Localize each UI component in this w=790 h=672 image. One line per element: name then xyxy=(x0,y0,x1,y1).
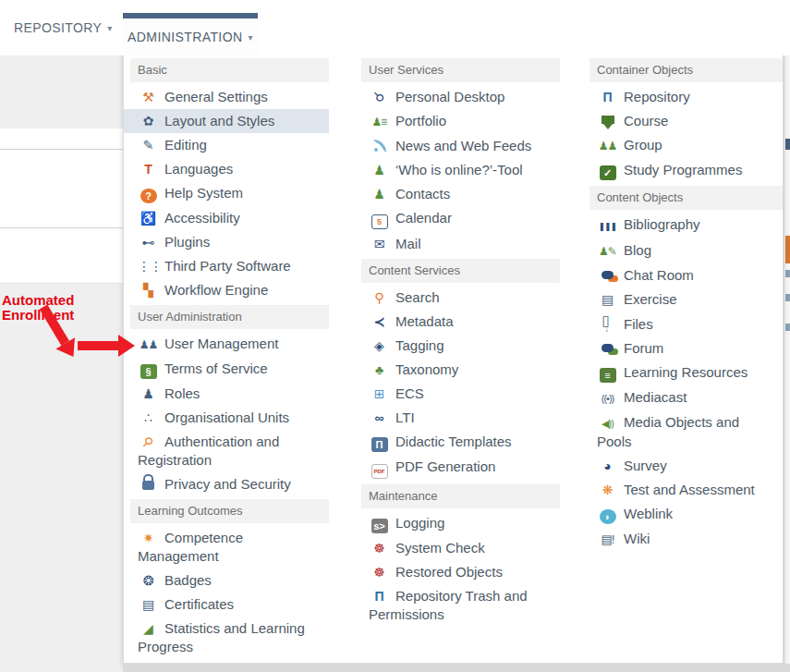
menu-item-label: Mail xyxy=(395,236,421,251)
tab-repository[interactable]: REPOSITORY ▾ xyxy=(0,0,118,55)
menu-item-lti[interactable]: ∞LTI xyxy=(361,406,560,430)
menu-item-label: Certificates xyxy=(164,596,234,612)
speaker-icon: ◀)) xyxy=(597,413,618,433)
menu-item-label: Study Programmes xyxy=(624,162,742,177)
menu-item-restored-objects[interactable]: ☸Restored Objects xyxy=(361,560,560,584)
menu-item-exercise[interactable]: ▤Exercise xyxy=(589,287,784,312)
menu-item-pdf-generation[interactable]: PDFPDF Generation xyxy=(361,455,560,482)
page-background-row xyxy=(0,128,123,150)
menu-item-course[interactable]: Course xyxy=(589,109,784,133)
tab-administration[interactable]: ADMINISTRATION ▾ xyxy=(123,13,258,55)
menu-item-survey[interactable]: ◕Survey xyxy=(589,454,784,478)
menu-item-editing[interactable]: ✎Editing xyxy=(130,133,329,157)
menu-item-organisational-units[interactable]: ∴Organisational Units xyxy=(130,406,329,430)
menu-item-study-programmes[interactable]: ✓Study Programmes xyxy=(589,158,784,183)
workflow-icon: ▚ xyxy=(138,281,159,299)
menu-item-group[interactable]: ♟♟Group xyxy=(589,133,784,158)
menu-item-general-settings[interactable]: ⚒General Settings xyxy=(130,85,329,109)
menu-item-ecs[interactable]: ⊞ECS xyxy=(361,382,560,406)
edge-mark xyxy=(785,139,790,150)
menu-item-plugins[interactable]: ⊷Plugins xyxy=(130,230,329,254)
menu-item-terms-of-service[interactable]: §Terms of Service xyxy=(130,357,329,382)
person-icon: ♟ xyxy=(369,185,390,203)
menu-item-tagging[interactable]: ◈Tagging xyxy=(361,334,560,358)
menu-item-accessibility[interactable]: ♿Accessibility xyxy=(130,206,329,230)
menu-item-label: Exercise xyxy=(624,291,677,307)
menu-item-weblink[interactable]: ◗Weblink xyxy=(589,502,784,527)
menu-item-statistics-and-learning-progress[interactable]: ◢Statistics and Learning Progress xyxy=(130,617,329,659)
pdf-icon: PDF xyxy=(369,458,390,479)
menu-item-contacts[interactable]: ♟Contacts xyxy=(361,182,560,206)
menu-item-certificates[interactable]: ▤Certificates xyxy=(130,593,329,617)
menu-item-third-party-software[interactable]: ⋮⋮Third Party Software xyxy=(130,254,329,278)
terminal-icon: s> xyxy=(369,514,390,533)
menu-item-label: Mediacast xyxy=(624,389,687,405)
tab-administration-label: ADMINISTRATION xyxy=(128,30,242,44)
menu-item-mediacast[interactable]: ((•))Mediacast xyxy=(589,385,784,410)
menu-item-user-management[interactable]: ♟♟User Management xyxy=(130,332,329,357)
page-edge-content xyxy=(784,39,790,664)
pencil-icon: ✎ xyxy=(138,136,159,154)
menu-item-blog[interactable]: ♟✎Blog xyxy=(589,238,784,263)
person-icon: ♟ xyxy=(138,385,159,403)
menu-item-label: Media Objects and Pools xyxy=(597,414,739,449)
tree-icon: ♣ xyxy=(369,360,390,379)
menu-item-workflow-engine[interactable]: ▚Workflow Engine xyxy=(130,278,329,302)
menu-item-layout-and-styles[interactable]: ✿Layout and Styles xyxy=(124,109,329,133)
menu-item-badges[interactable]: ❂Badges xyxy=(130,568,329,593)
menu-item-privacy-and-security[interactable]: Privacy and Security xyxy=(130,472,329,496)
menu-item-repository[interactable]: ΠRepository xyxy=(589,85,784,109)
menu-item-taxonomy[interactable]: ♣Taxonomy xyxy=(361,358,560,382)
page-background-row xyxy=(0,228,123,284)
sliders-icon: ⋮⋮ xyxy=(138,257,159,275)
menu-item-mail[interactable]: ✉Mail xyxy=(361,232,560,256)
menu-item-portfolio[interactable]: ♟≡Portfolio xyxy=(361,109,560,134)
menu-item-files[interactable]: Files xyxy=(589,312,784,336)
wiki-icon: ▤! xyxy=(597,530,618,549)
menu-item-label: Plugins xyxy=(164,234,210,250)
menu-item-languages[interactable]: TLanguages xyxy=(130,157,329,181)
annotation-arrows xyxy=(25,304,145,361)
menu-item-test-and-assessment[interactable]: ❋Test and Assessment xyxy=(589,478,784,502)
menu-item-label: Personal Desktop xyxy=(395,89,504,104)
menu-item-help-system[interactable]: ?Help System xyxy=(130,181,329,206)
menu-item-logging[interactable]: s>Logging xyxy=(361,511,560,536)
menu-item-learning-resources[interactable]: ≡Learning Resources xyxy=(589,360,784,385)
menu-item-label: LTI xyxy=(395,409,415,425)
section-header-content-objects: Content Objects xyxy=(589,186,784,210)
exercise-icon: ▤ xyxy=(597,290,618,309)
menu-item-metadata[interactable]: ≺Metadata xyxy=(361,310,560,334)
menu-item-search[interactable]: ⚲Search xyxy=(361,286,560,310)
menu-item-label: Repository xyxy=(624,89,690,104)
menu-item-calendar[interactable]: 5Calendar xyxy=(361,206,560,232)
lifebuoy-icon: ☸ xyxy=(369,539,390,557)
menu-item-forum[interactable]: Forum xyxy=(589,336,784,360)
caret-down-icon: ▾ xyxy=(107,23,112,33)
menu-item-roles[interactable]: ♟Roles xyxy=(130,382,329,406)
menu-item-bibliography[interactable]: ❚❚❚Bibliography xyxy=(589,213,784,238)
menu-item-system-check[interactable]: ☸System Check xyxy=(361,536,560,560)
certificate-icon: ▤ xyxy=(138,595,159,614)
menu-item-authentication-and-registration[interactable]: ⚲Authentication and Registration xyxy=(130,430,329,472)
menu-item-didactic-templates[interactable]: ΠDidactic Templates xyxy=(361,430,560,455)
mail-icon: ✉ xyxy=(369,235,390,253)
menu-item-chat-room[interactable]: Chat Room xyxy=(589,263,784,287)
menu-item-competence-management[interactable]: ✷Competence Management xyxy=(130,526,329,568)
page-background-row xyxy=(0,150,123,228)
screens-icon: ⊞ xyxy=(369,385,390,403)
menu-item-label: News and Web Feeds xyxy=(395,138,531,153)
menu-item-media-objects-and-pools[interactable]: ◀))Media Objects and Pools xyxy=(589,410,784,454)
menu-item-personal-desktop[interactable]: ⚲Personal Desktop xyxy=(361,85,560,109)
links-icon: ∞ xyxy=(369,409,390,427)
menu-item-who-is-online-tool[interactable]: ♟‘Who is online?’-Tool xyxy=(361,158,560,182)
menu-item-label: Statistics and Learning Progress xyxy=(138,620,305,654)
menu-item-label: Wiki xyxy=(624,531,650,546)
share-icon: ≺ xyxy=(369,312,390,331)
menu-item-news-and-web-feeds[interactable]: News and Web Feeds xyxy=(361,134,560,158)
edge-mark xyxy=(785,236,790,263)
section-header-user-services: User Services xyxy=(361,58,560,82)
menu-item-label: Terms of Service xyxy=(164,360,268,376)
puzzle-icon: ❋ xyxy=(597,481,618,499)
menu-item-wiki[interactable]: ▤!Wiki xyxy=(589,527,784,552)
menu-item-repository-trash-and-permissions[interactable]: ΠRepository Trash and Permissions xyxy=(361,584,560,627)
